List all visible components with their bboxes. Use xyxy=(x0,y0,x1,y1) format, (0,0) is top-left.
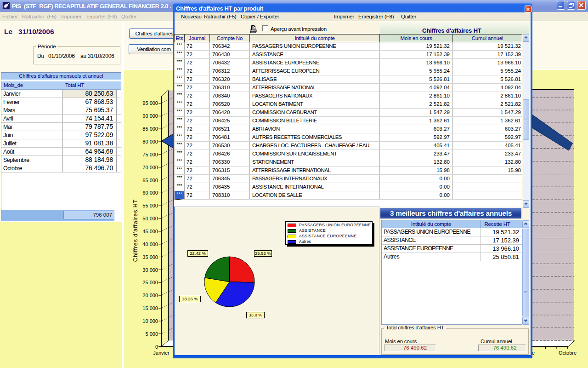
svg-text:5 000: 5 000 xyxy=(145,331,158,337)
svg-text:40 000: 40 000 xyxy=(142,242,158,247)
svg-text:85 000: 85 000 xyxy=(142,126,158,132)
svg-text:Chiffres d'affaires HT: Chiffres d'affaires HT xyxy=(132,199,139,262)
svg-text:75 000: 75 000 xyxy=(142,152,158,157)
svg-text:50 000: 50 000 xyxy=(142,216,158,221)
svg-text:20 000: 20 000 xyxy=(142,293,158,298)
svg-text:0: 0 xyxy=(155,344,158,350)
svg-text:35 000: 35 000 xyxy=(142,254,158,260)
svg-text:80 000: 80 000 xyxy=(142,139,158,144)
svg-text:30 000: 30 000 xyxy=(142,267,158,273)
svg-text:70 000: 70 000 xyxy=(142,165,158,170)
svg-text:95 000: 95 000 xyxy=(142,100,158,106)
svg-text:15 000: 15 000 xyxy=(142,305,158,311)
svg-text:55 000: 55 000 xyxy=(142,203,158,208)
svg-text:25 000: 25 000 xyxy=(142,280,158,285)
svg-text:90 000: 90 000 xyxy=(142,113,158,119)
svg-text:65 000: 65 000 xyxy=(142,178,158,183)
svg-text:Janvier: Janvier xyxy=(153,350,170,356)
svg-text:60 000: 60 000 xyxy=(142,190,158,196)
svg-text:Octobre: Octobre xyxy=(559,350,577,356)
svg-text:45 000: 45 000 xyxy=(142,229,158,234)
svg-text:10 000: 10 000 xyxy=(142,318,158,324)
